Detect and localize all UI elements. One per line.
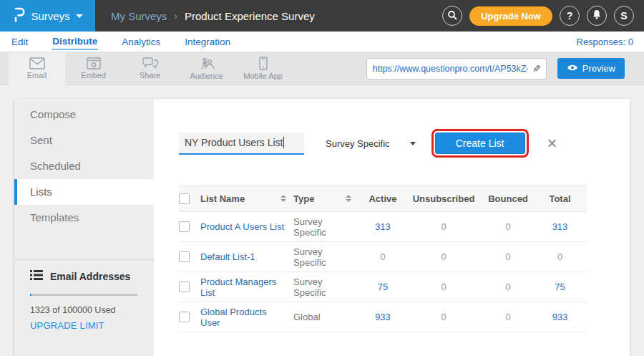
breadcrumb: My Surveys › Product Experience Survey — [111, 10, 315, 22]
row-checkbox[interactable] — [179, 251, 190, 262]
channel-label: Email — [27, 71, 47, 80]
tab-integration[interactable]: Integration — [184, 34, 231, 49]
unsubscribed-count: 0 — [404, 312, 483, 322]
sort-icon[interactable] — [346, 195, 351, 202]
email-addresses-title: Email Addresses — [50, 271, 130, 282]
list-name-input[interactable]: NY Product Users List — [179, 133, 304, 155]
preview-button[interactable]: Preview — [557, 58, 625, 79]
distribute-toolbar: Email Embed Share $ — [0, 52, 644, 85]
total-count[interactable]: 0 — [533, 251, 587, 262]
create-list-button[interactable]: Create List — [435, 133, 525, 154]
select-all-checkbox[interactable] — [179, 193, 190, 204]
tab-edit[interactable]: Edit — [11, 34, 29, 49]
survey-url-field[interactable]: https://www.questionpro.com/t/AP53kZgfo — [366, 58, 547, 80]
channel-share[interactable]: Share — [122, 52, 178, 85]
channel-label: Share — [140, 71, 160, 80]
list-name-link[interactable]: Default List-1 — [200, 251, 255, 262]
search-button[interactable] — [442, 6, 462, 26]
close-icon[interactable]: × — [547, 135, 557, 152]
notifications-button[interactable] — [587, 6, 607, 26]
create-list-form: NY Product Users List Survey Specific Cr… — [179, 129, 630, 158]
lists-main: NY Product Users List Survey Specific Cr… — [154, 99, 630, 356]
table-row: Default List-1 Survey Specific 0 0 0 0 — [179, 242, 587, 272]
header-active: Active — [361, 193, 404, 204]
tab-distribute[interactable]: Distribute — [52, 33, 98, 50]
table-row: Global Products User Global 933 0 0 933 — [179, 302, 587, 332]
questionpro-logo-icon — [12, 6, 25, 26]
row-checkbox[interactable] — [179, 312, 190, 322]
active-count[interactable]: 933 — [361, 312, 404, 322]
table-row: Product Managers List Survey Specific 75… — [179, 272, 587, 302]
page-title: Product Experience Survey — [185, 10, 315, 22]
lists-table: List Name Type Active Unsubscribed Bounc… — [179, 185, 587, 332]
sidebar-item-compose[interactable]: Compose — [14, 102, 154, 128]
chevron-down-icon — [410, 142, 416, 145]
row-checkbox[interactable] — [179, 282, 190, 292]
responses-count[interactable]: Responses: 0 — [577, 37, 634, 47]
upgrade-now-button[interactable]: Upgrade Now — [469, 6, 552, 26]
search-icon — [447, 10, 457, 22]
email-sidebar: Compose Sent Scheduled Lists Templates E… — [14, 99, 154, 356]
unsubscribed-count: 0 — [404, 221, 483, 232]
row-checkbox[interactable] — [179, 221, 190, 232]
list-type-selected: Survey Specific — [326, 138, 390, 149]
preview-label: Preview — [582, 63, 615, 74]
email-usage-progress — [30, 294, 138, 296]
sidebar-item-scheduled[interactable]: Scheduled — [14, 153, 154, 179]
channel-email[interactable]: Email — [9, 52, 65, 85]
sidebar-item-sent[interactable]: Sent — [14, 128, 154, 153]
tab-analytics[interactable]: Analytics — [121, 34, 161, 49]
channel-mobile-app[interactable]: Mobile App — [235, 52, 291, 85]
text-cursor — [283, 137, 284, 148]
active-count[interactable]: 75 — [361, 282, 404, 292]
channel-embed[interactable]: Embed — [65, 52, 122, 85]
help-button[interactable]: ? — [560, 6, 580, 26]
breadcrumb-my-surveys[interactable]: My Surveys — [111, 10, 167, 22]
eye-icon — [567, 63, 578, 74]
list-type: Survey Specific — [293, 216, 351, 238]
email-usage-progress-fill — [30, 294, 31, 296]
email-usage-text: 1323 of 100000 Used — [30, 305, 138, 315]
total-count[interactable]: 933 — [533, 312, 587, 322]
embed-icon — [87, 57, 101, 69]
list-name-link[interactable]: Product Managers List — [200, 276, 286, 298]
list-name-link[interactable]: Product A Users List — [200, 221, 284, 232]
list-lines-icon — [30, 270, 43, 283]
chevron-down-icon — [76, 14, 83, 18]
mobile-app-icon — [259, 57, 268, 70]
list-name-link[interactable]: Global Products User — [200, 307, 286, 328]
total-count[interactable]: 313 — [533, 221, 587, 232]
topbar-actions: Upgrade Now ? S — [442, 6, 644, 26]
bounced-count: 0 — [483, 221, 533, 232]
avatar-initial: S — [620, 10, 627, 21]
list-type: Global — [293, 312, 321, 322]
sort-icon[interactable] — [280, 195, 286, 202]
list-type-dropdown[interactable]: Survey Specific — [326, 138, 416, 149]
channel-audience[interactable]: $ Audience — [178, 52, 235, 85]
channel-label: Mobile App — [243, 72, 282, 80]
sidebar-item-lists[interactable]: Lists — [14, 179, 154, 205]
toolbar-right: https://www.questionpro.com/t/AP53kZgfo … — [366, 58, 644, 80]
list-name-value: NY Product Users List — [185, 137, 283, 148]
upgrade-limit-link[interactable]: UPGRADE LIMIT — [30, 320, 138, 331]
bounced-count: 0 — [483, 282, 533, 292]
bounced-count: 0 — [483, 312, 533, 322]
bounced-count: 0 — [483, 251, 533, 262]
active-count[interactable]: 0 — [361, 251, 404, 262]
sidebar-item-templates[interactable]: Templates — [14, 205, 154, 231]
active-count[interactable]: 313 — [361, 221, 404, 232]
channel-label: Audience — [190, 72, 223, 80]
table-row: Product A Users List Survey Specific 313… — [179, 212, 587, 242]
survey-tab-bar: Edit Distribute Analytics Integration Re… — [0, 32, 644, 52]
total-count[interactable]: 75 — [533, 282, 587, 292]
product-switcher[interactable]: Surveys — [0, 0, 95, 32]
edit-url-pencil-icon[interactable] — [527, 62, 546, 75]
table-header: List Name Type Active Unsubscribed Bounc… — [179, 185, 587, 212]
account-avatar[interactable]: S — [614, 6, 634, 26]
header-unsubscribed: Unsubscribed — [404, 193, 483, 204]
header-type: Type — [293, 193, 314, 204]
email-icon — [29, 57, 45, 69]
annotation-highlight-ring: Create List — [431, 129, 529, 158]
email-addresses-section: Email Addresses 1323 of 100000 Used UPGR… — [14, 260, 154, 331]
header-list-name: List Name — [200, 193, 245, 204]
